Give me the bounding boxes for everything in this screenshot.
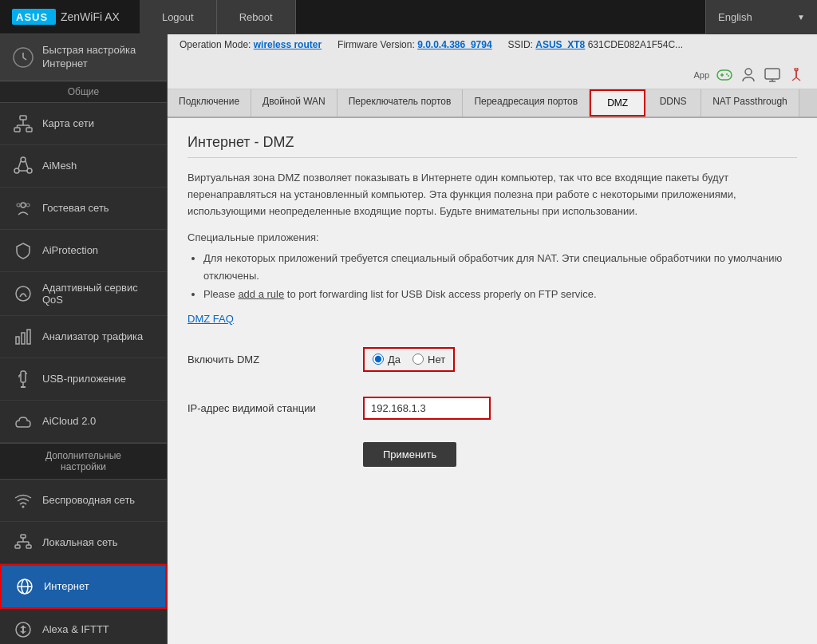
svg-rect-5 xyxy=(26,128,32,132)
guest-network-icon xyxy=(12,197,34,219)
bullet-item-1: Для некоторых приложений требуется специ… xyxy=(203,250,797,285)
ip-address-input[interactable] xyxy=(363,397,491,420)
ssid-info: SSID: ASUS_XT8 631CDE082A1F54C... xyxy=(508,39,683,50)
qos-icon xyxy=(12,282,34,305)
quick-setup-icon xyxy=(12,46,34,69)
svg-point-44 xyxy=(726,73,728,75)
enable-dmz-row: Включить DMZ Да Нет xyxy=(187,341,797,378)
tab-dual-wan[interactable]: Двойной WAN xyxy=(251,89,337,117)
sidebar-item-label: AiProtection xyxy=(42,244,98,256)
sidebar-item-label: Гостевая сеть xyxy=(42,202,109,214)
sidebar-item-label: Alexa & IFTTT xyxy=(42,623,109,635)
tab-nat-passthrough[interactable]: NAT Passthrough xyxy=(701,89,799,117)
usb-small-icon[interactable] xyxy=(787,66,805,84)
svg-line-14 xyxy=(26,161,28,168)
ssid-value[interactable]: ASUS_XT8 xyxy=(535,39,585,50)
language-selector[interactable]: English ▼ xyxy=(705,0,817,34)
bullet-list: Для некоторых приложений требуется специ… xyxy=(203,250,797,302)
radio-no-option[interactable]: Нет xyxy=(412,354,445,365)
gamepad-icon[interactable] xyxy=(716,66,733,84)
sidebar-item-label: USB-приложение xyxy=(42,373,126,385)
alexa-icon xyxy=(12,618,34,641)
radio-no-label: Нет xyxy=(428,354,445,365)
enable-dmz-control: Да Нет xyxy=(363,347,455,372)
form-section: Включить DMZ Да Нет xyxy=(187,341,797,467)
svg-rect-31 xyxy=(15,545,20,548)
radio-no-input[interactable] xyxy=(412,354,424,365)
sidebar-item-traffic[interactable]: Анализатор трафика xyxy=(0,316,167,358)
svg-point-10 xyxy=(21,157,26,162)
operation-mode-value[interactable]: wireless router xyxy=(254,39,322,50)
svg-rect-20 xyxy=(16,337,19,344)
page-content: Интернет - DMZ Виртуальная зона DMZ позв… xyxy=(168,118,817,644)
sidebar-item-network-map[interactable]: Карта сети xyxy=(0,103,167,145)
bullet-item-2: Please add a rule to port forwarding lis… xyxy=(203,286,797,303)
sidebar-item-qos[interactable]: Адаптивный сервис QoS xyxy=(0,272,167,316)
reboot-button[interactable]: Reboot xyxy=(217,0,296,34)
sidebar-item-internet[interactable]: Интернет xyxy=(0,564,167,609)
sidebar-item-alexa[interactable]: Alexa & IFTTT xyxy=(0,609,167,644)
ip-address-row: IP-адрес видимой станции xyxy=(187,390,797,426)
sidebar-item-label: AiCloud 2.0 xyxy=(42,415,96,427)
app-label: App xyxy=(693,70,709,80)
top-buttons: Logout Reboot xyxy=(140,0,296,34)
sidebar-quick-setup[interactable]: Быстрая настройкаИнтернет xyxy=(0,34,167,81)
tab-port-forward[interactable]: Переадресация портов xyxy=(463,89,590,117)
sidebar-item-label: Локальная сеть xyxy=(42,536,117,548)
sidebar-item-usb[interactable]: USB-приложение xyxy=(0,358,167,401)
svg-point-18 xyxy=(26,203,30,207)
advanced-section-label: Дополнительныенастройки xyxy=(0,443,167,480)
svg-line-51 xyxy=(792,77,796,81)
main-layout: Быстрая настройкаИнтернет Общие Карта се… xyxy=(0,34,817,644)
operation-mode-info: Operation Mode: wireless router xyxy=(180,39,322,50)
dmz-radio-group: Да Нет xyxy=(363,347,455,372)
aimesh-icon xyxy=(12,155,34,177)
sidebar-item-guest-network[interactable]: Гостевая сеть xyxy=(0,188,167,230)
tab-port-switch[interactable]: Переключатель портов xyxy=(337,89,464,117)
description: Виртуальная зона DMZ позволяет показыват… xyxy=(187,170,797,219)
firmware-value[interactable]: 9.0.0.4.386_9794 xyxy=(417,39,491,50)
monitor-icon[interactable] xyxy=(764,66,781,84)
sidebar-item-label: Беспроводная сеть xyxy=(42,494,135,506)
sidebar-item-aicloud[interactable]: AiCloud 2.0 xyxy=(0,401,167,443)
svg-point-46 xyxy=(745,69,752,75)
svg-point-45 xyxy=(728,75,729,77)
tab-dmz[interactable]: DMZ xyxy=(590,89,645,117)
add-rule-link[interactable]: add a rule xyxy=(238,288,284,300)
content-area: Operation Mode: wireless router Firmware… xyxy=(168,34,817,644)
language-label: English xyxy=(718,11,752,23)
svg-point-11 xyxy=(14,168,19,173)
wireless-icon xyxy=(12,489,34,512)
tabs: Подключение Двойной WAN Переключатель по… xyxy=(168,89,817,118)
sidebar-item-label: Анализатор трафика xyxy=(42,330,143,342)
ip-address-control xyxy=(363,397,491,420)
sidebar-item-wireless[interactable]: Беспроводная сеть xyxy=(0,480,167,522)
asus-logo: ASUS xyxy=(12,9,56,25)
svg-rect-23 xyxy=(21,371,26,382)
sidebar-item-lan[interactable]: Локальная сеть xyxy=(0,522,167,564)
svg-point-17 xyxy=(17,203,20,207)
svg-text:ASUS: ASUS xyxy=(16,11,48,23)
sidebar-item-label: Карта сети xyxy=(42,117,94,129)
svg-rect-30 xyxy=(21,535,26,538)
radio-yes-option[interactable]: Да xyxy=(373,354,401,365)
sidebar-item-label: Адаптивный сервис QoS xyxy=(42,282,155,306)
logout-button[interactable]: Logout xyxy=(140,0,217,34)
svg-rect-3 xyxy=(20,116,26,120)
sidebar-item-aimesh[interactable]: AiMesh xyxy=(0,145,167,188)
svg-rect-47 xyxy=(765,69,780,79)
dmz-faq-link[interactable]: DMZ FAQ xyxy=(187,313,797,325)
tab-connection[interactable]: Подключение xyxy=(168,89,251,117)
sidebar-item-aiprotection[interactable]: AiProtection xyxy=(0,230,167,272)
svg-rect-22 xyxy=(27,330,30,344)
radio-yes-label: Да xyxy=(388,354,401,365)
person-icon[interactable] xyxy=(740,66,757,84)
logo-area: ASUS ZenWiFi AX xyxy=(0,0,132,34)
apply-button[interactable]: Применить xyxy=(363,442,456,467)
svg-rect-21 xyxy=(22,333,25,344)
network-map-icon xyxy=(12,113,34,135)
product-name: ZenWiFi AX xyxy=(61,10,120,23)
tab-ddns[interactable]: DDNS xyxy=(645,89,701,117)
aiprotection-icon xyxy=(12,239,34,262)
radio-yes-input[interactable] xyxy=(373,354,384,365)
